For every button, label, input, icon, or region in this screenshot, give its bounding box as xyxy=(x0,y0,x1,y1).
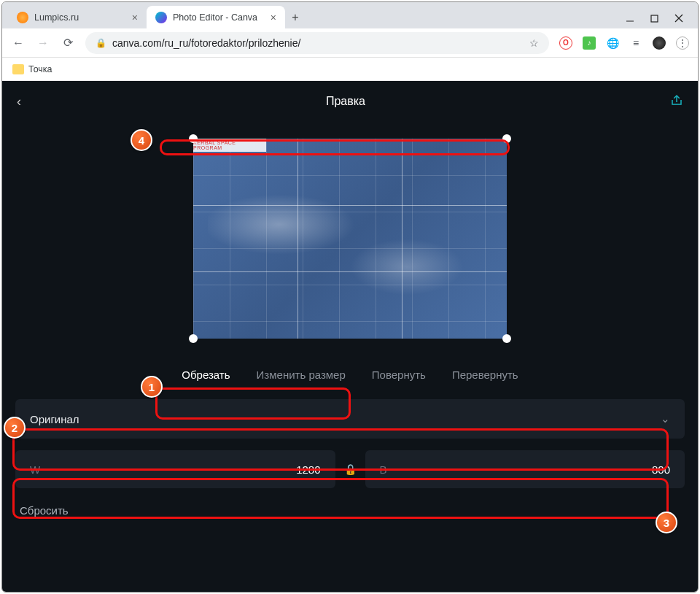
tab-title: Lumpics.ru xyxy=(34,12,79,23)
annotation-badge-1: 1 xyxy=(141,376,163,398)
annotation-badge-3: 3 xyxy=(656,512,677,533)
url-field[interactable]: 🔒 canva.com/ru_ru/fotoredaktor/prilozhen… xyxy=(85,32,549,54)
reload-button[interactable]: ⟳ xyxy=(61,36,75,50)
tab-flip[interactable]: Перевернуть xyxy=(452,369,518,381)
height-value: 800 xyxy=(652,463,670,476)
crop-handle-bl[interactable] xyxy=(189,334,198,343)
folder-icon xyxy=(12,64,24,74)
crop-handle-tr[interactable] xyxy=(502,134,511,143)
canvas-area: KERBAL SPACE PROGRAM xyxy=(2,122,698,355)
ext-icon[interactable]: O xyxy=(559,36,572,50)
crop-handle-br[interactable] xyxy=(502,334,511,343)
image-preview[interactable]: KERBAL SPACE PROGRAM xyxy=(193,139,507,339)
annotation-badge-2: 2 xyxy=(4,417,26,439)
bookmarks-bar: Точка xyxy=(2,58,698,81)
width-label: W xyxy=(30,463,40,476)
chevron-down-icon: ⌄ xyxy=(661,412,670,425)
tab-rotate[interactable]: Повернуть xyxy=(372,369,426,381)
width-field[interactable]: W 1280 xyxy=(15,450,335,488)
menu-button[interactable]: ⋮ xyxy=(676,36,689,50)
forward-button[interactable]: → xyxy=(36,36,50,50)
dimensions-row: W 1280 🔒 В 800 xyxy=(15,450,685,488)
back-button[interactable]: ← xyxy=(11,36,26,50)
tab-resize[interactable]: Изменить размер xyxy=(257,369,346,381)
watermark: KERBAL SPACE PROGRAM xyxy=(193,139,266,152)
reset-button[interactable]: Сбросить xyxy=(2,494,698,527)
maximize-icon[interactable] xyxy=(650,15,658,23)
favicon-lumpics xyxy=(17,12,28,23)
new-tab-button[interactable]: + xyxy=(285,7,306,28)
share-icon[interactable] xyxy=(670,93,683,110)
url-text: canva.com/ru_ru/fotoredaktor/prilozhenie… xyxy=(112,37,300,49)
favicon-canva xyxy=(155,12,167,23)
ext-icon[interactable]: 🌐 xyxy=(606,36,619,50)
tab-title: Photo Editor - Canva xyxy=(173,12,257,23)
minimize-icon[interactable] xyxy=(626,14,634,23)
titlebar: Lumpics.ru × Photo Editor - Canva × + xyxy=(2,2,698,28)
close-icon[interactable]: × xyxy=(271,12,276,23)
ext-icon[interactable]: ♪ xyxy=(583,36,596,50)
ext-icon[interactable]: ≡ xyxy=(629,36,642,50)
aspect-ratio-select[interactable]: Оригинал ⌄ xyxy=(15,399,685,439)
tab-lumpics[interactable]: Lumpics.ru × xyxy=(8,6,147,29)
annotation-badge-4: 4 xyxy=(131,129,152,151)
profile-avatar[interactable] xyxy=(653,36,666,50)
close-icon[interactable] xyxy=(674,14,683,23)
bookmark-item[interactable]: Точка xyxy=(28,64,52,74)
extensions: O ♪ 🌐 ≡ ⋮ xyxy=(559,36,689,50)
svg-rect-1 xyxy=(651,15,658,22)
tab-crop[interactable]: Обрезать xyxy=(182,369,230,381)
width-value: 1280 xyxy=(296,463,320,476)
tab-strip: Lumpics.ru × Photo Editor - Canva × + xyxy=(8,2,626,28)
height-field[interactable]: В 800 xyxy=(365,450,685,488)
browser-window: Lumpics.ru × Photo Editor - Canva × + ← … xyxy=(1,1,699,593)
address-bar: ← → ⟳ 🔒 canva.com/ru_ru/fotoredaktor/pri… xyxy=(2,28,698,58)
lock-aspect-icon[interactable]: 🔒 xyxy=(344,463,357,475)
star-icon[interactable]: ☆ xyxy=(529,37,539,49)
crop-handle-tl[interactable] xyxy=(189,134,198,143)
lock-icon: 🔒 xyxy=(96,38,106,48)
crop-frame[interactable]: KERBAL SPACE PROGRAM xyxy=(193,139,507,339)
window-controls xyxy=(626,14,692,28)
tab-canva[interactable]: Photo Editor - Canva × xyxy=(147,6,285,29)
height-label: В xyxy=(380,463,387,476)
aspect-label: Оригинал xyxy=(30,413,79,425)
app-header: ‹ Правка xyxy=(2,81,698,122)
close-icon[interactable]: × xyxy=(132,12,138,23)
canva-app: ‹ Правка KERBAL SPACE PROGRAM Обрезать И… xyxy=(2,81,698,592)
tool-tabs: Обрезать Изменить размер Повернуть Перев… xyxy=(2,355,698,393)
page-title: Правка xyxy=(21,95,670,108)
